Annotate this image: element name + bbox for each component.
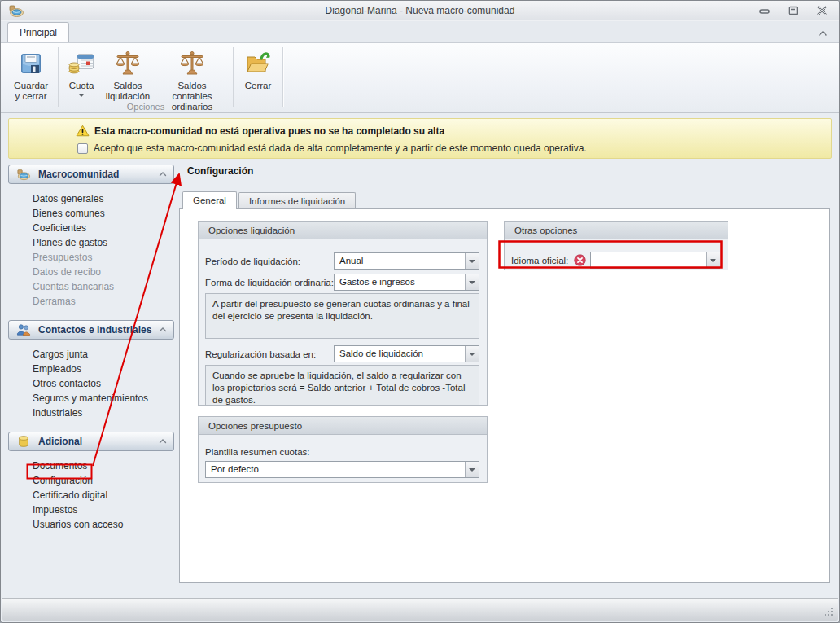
status-bar bbox=[2, 598, 838, 621]
tab-principal-label: Principal bbox=[20, 27, 57, 38]
forma-liquidacion-info: A partir del presupuesto se generan cuot… bbox=[205, 293, 479, 339]
window-title: Diagonal-Marina - Nueva macro-comunidad bbox=[1, 5, 839, 16]
cuota-dropdown-icon[interactable] bbox=[78, 94, 85, 97]
sidebar-item-coeficientes[interactable]: Coeficientes bbox=[8, 221, 174, 235]
cuota-label: Cuota bbox=[69, 81, 94, 91]
sidebar-item-cargos-junta[interactable]: Cargos junta bbox=[8, 347, 174, 362]
sidebar-item-planes-de-gastos[interactable]: Planes de gastos bbox=[8, 235, 174, 250]
sidebar-group-title: Contactos e industriales bbox=[38, 324, 159, 336]
tab-page-general: Opciones liquidación Período de liquidac… bbox=[179, 208, 830, 583]
tab-general-label: General bbox=[193, 195, 226, 205]
people-icon bbox=[16, 323, 31, 336]
sidebar-item-cuentas-bancarias[interactable]: Cuentas bancarias bbox=[8, 279, 174, 294]
cerrar-button[interactable]: Cerrar bbox=[235, 45, 281, 112]
ribbon-separator bbox=[233, 47, 234, 107]
chevron-up-icon[interactable] bbox=[159, 171, 167, 178]
sidebar-item-bienes-comunes[interactable]: Bienes comunes bbox=[8, 206, 174, 221]
periodo-liquidacion-select[interactable]: Anual bbox=[334, 252, 479, 270]
groupbox-opciones-presupuesto: Opciones presupuesto Plantilla resumen c… bbox=[198, 416, 488, 483]
page-title: Configuración bbox=[179, 165, 832, 178]
chevron-up-icon[interactable] bbox=[159, 438, 167, 445]
sidebar-group-title: Macrocomunidad bbox=[38, 169, 159, 180]
forma-liquidacion-label: Forma de liquidación ordinaria: bbox=[205, 278, 334, 287]
database-icon bbox=[16, 435, 31, 448]
folder-arrow-icon bbox=[243, 48, 273, 79]
warning-triangle-icon bbox=[76, 125, 90, 137]
plantilla-resumen-value: Por defecto bbox=[206, 462, 465, 477]
sidebar-item-industriales[interactable]: Industriales bbox=[8, 406, 174, 420]
tab-informes-liquidacion[interactable]: Informes de liquidación bbox=[238, 192, 356, 208]
maximize-button[interactable] bbox=[787, 5, 799, 15]
floppy-disk-icon bbox=[18, 48, 44, 79]
combo-dropdown-icon[interactable] bbox=[465, 346, 479, 362]
forma-liquidacion-select[interactable]: Gastos e ingresos bbox=[334, 274, 479, 291]
plantilla-resumen-label: Plantilla resumen cuotas: bbox=[205, 447, 479, 457]
save-and-close-label: Guardar y cerrar bbox=[11, 81, 50, 102]
scales-icon bbox=[114, 48, 142, 79]
close-button[interactable] bbox=[816, 5, 828, 15]
sidebar-group-title: Adicional bbox=[38, 436, 159, 447]
combo-dropdown-icon[interactable] bbox=[465, 253, 479, 269]
coins-calendar-icon bbox=[68, 48, 95, 79]
sidebar-item-presupuestos[interactable]: Presupuestos bbox=[8, 250, 174, 265]
groupbox-header: Opciones liquidación bbox=[199, 222, 487, 239]
sidebar-item-seguros[interactable]: Seguros y mantenimientos bbox=[8, 391, 174, 406]
groupbox-otras-opciones: Otras opciones Idioma oficial: bbox=[504, 221, 728, 270]
chevron-up-icon[interactable] bbox=[159, 327, 167, 333]
combo-dropdown-icon[interactable] bbox=[706, 252, 720, 268]
groupbox-header: Opciones presupuesto bbox=[199, 417, 487, 435]
sidebar-item-certificado-digital[interactable]: Certificado digital bbox=[8, 488, 174, 502]
periodo-liquidacion-value: Anual bbox=[335, 253, 465, 269]
tab-informes-label: Informes de liquidación bbox=[249, 196, 345, 206]
error-circle-icon bbox=[574, 254, 586, 266]
ribbon-separator bbox=[282, 47, 283, 107]
saldos-liquidacion-label: Saldos liquidación bbox=[106, 81, 150, 102]
forma-liquidacion-value: Gastos e ingresos bbox=[335, 274, 465, 290]
sidebar-item-empleados[interactable]: Empleados bbox=[8, 362, 174, 376]
regularizacion-select[interactable]: Saldo de liquidación bbox=[334, 345, 479, 362]
sidebar-item-impuestos[interactable]: Impuestos bbox=[8, 502, 174, 517]
idioma-oficial-label: Idioma oficial: bbox=[511, 256, 568, 265]
ribbon-group-opciones: Cuota bbox=[60, 45, 231, 112]
ribbon: Guardar y cerrar bbox=[1, 42, 839, 113]
tab-general[interactable]: General bbox=[182, 191, 237, 209]
sidebar-group-contactos[interactable]: Contactos e industriales bbox=[8, 320, 174, 340]
sidebar-item-datos-de-recibo[interactable]: Datos de recibo bbox=[8, 265, 174, 279]
warning-banner: Esta macro-comunidad no está operativa p… bbox=[8, 118, 832, 159]
periodo-liquidacion-label: Período de liquidación: bbox=[205, 257, 334, 266]
regularizacion-value: Saldo de liquidación bbox=[335, 346, 465, 362]
sidebar-item-derramas[interactable]: Derramas bbox=[8, 294, 174, 309]
accept-checkbox[interactable] bbox=[77, 143, 88, 154]
ribbon-group-label: Opciones bbox=[60, 102, 231, 112]
sidebar-item-otros-contactos[interactable]: Otros contactos bbox=[8, 376, 174, 391]
navigation-sidebar: Macrocomunidad Datos generales Bienes co… bbox=[8, 165, 174, 543]
idioma-oficial-select[interactable] bbox=[590, 252, 720, 269]
combo-dropdown-icon[interactable] bbox=[465, 462, 479, 477]
sidebar-group-macrocomunidad[interactable]: Macrocomunidad bbox=[8, 165, 174, 184]
save-and-close-button[interactable]: Guardar y cerrar bbox=[6, 45, 56, 112]
sidebar-item-usuarios-con-acceso[interactable]: Usuarios con acceso bbox=[8, 517, 174, 532]
accept-checkbox-label: Acepto que esta macro-comunidad está dad… bbox=[94, 143, 587, 154]
community-icon bbox=[16, 168, 31, 181]
collapse-ribbon-icon[interactable] bbox=[816, 28, 829, 39]
idioma-oficial-value bbox=[591, 252, 706, 268]
sidebar-item-documentos[interactable]: Documentos bbox=[8, 458, 174, 473]
sidebar-item-datos-generales[interactable]: Datos generales bbox=[8, 191, 174, 206]
plantilla-resumen-select[interactable]: Por defecto bbox=[205, 461, 479, 478]
ribbon-separator bbox=[58, 47, 59, 107]
combo-dropdown-icon[interactable] bbox=[465, 274, 479, 290]
warning-message: Esta macro-comunidad no está operativa p… bbox=[94, 125, 444, 137]
cerrar-label: Cerrar bbox=[245, 81, 272, 91]
body-area: Macrocomunidad Datos generales Bienes co… bbox=[8, 165, 832, 583]
groupbox-header: Otras opciones bbox=[505, 222, 728, 239]
resize-grip[interactable] bbox=[824, 607, 834, 617]
tab-principal[interactable]: Principal bbox=[7, 22, 69, 42]
application-window: Diagonal-Marina - Nueva macro-comunidad … bbox=[0, 0, 840, 623]
main-content: Configuración General Informes de liquid… bbox=[179, 165, 832, 583]
sidebar-group-adicional[interactable]: Adicional bbox=[8, 432, 174, 451]
sidebar-item-configuracion[interactable]: Configuración bbox=[8, 473, 174, 488]
ribbon-tab-row: Principal bbox=[1, 21, 839, 42]
regularizacion-info: Cuando se apruebe la liquidación, el sal… bbox=[205, 365, 479, 406]
minimize-button[interactable] bbox=[759, 5, 771, 15]
tab-strip: General Informes de liquidación bbox=[182, 191, 832, 208]
